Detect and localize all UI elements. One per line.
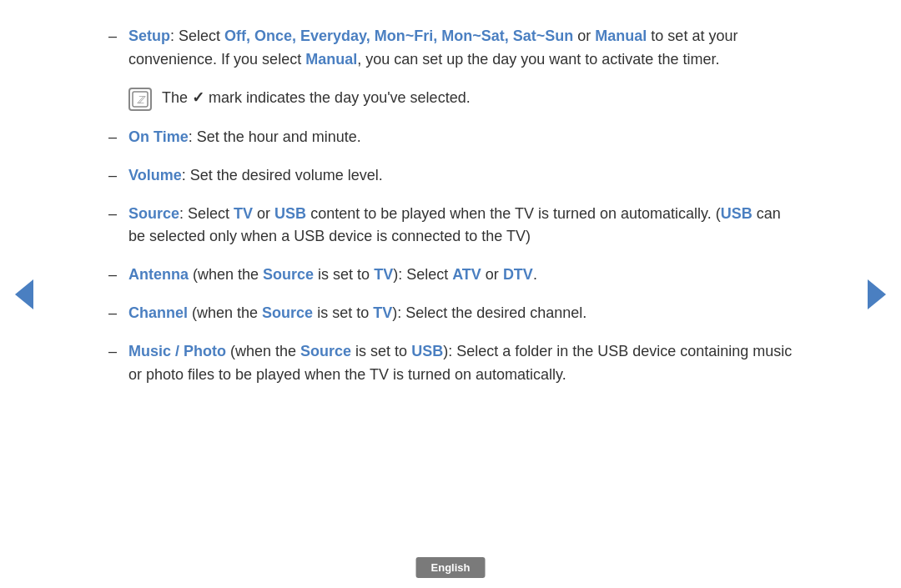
setup-text: Setup: Select Off, Once, Everyday, Mon~F… (128, 25, 793, 72)
list-item: – Channel (when the Source is set to TV)… (108, 302, 793, 325)
checkmark: ✓ (192, 89, 204, 106)
setup-manual2: Manual (305, 51, 357, 68)
source-usb: USB (274, 205, 306, 222)
channel-text: Channel (when the Source is set to TV): … (128, 302, 793, 325)
channel-label: Channel (128, 304, 188, 321)
source-text: Source: Select TV or USB content to be p… (128, 203, 793, 249)
note-item: – ℤ The ✓ mark indicates the day you've … (108, 87, 793, 111)
setup-manual: Manual (595, 28, 647, 44)
antenna-tv: TV (374, 266, 393, 283)
bullet-dash: – (108, 264, 117, 287)
footer-language: English (416, 557, 486, 578)
ontime-label: On Time (128, 128, 189, 145)
list-item: – Music / Photo (when the Source is set … (108, 340, 793, 387)
nav-left-arrow[interactable] (15, 279, 33, 309)
setup-options: Off, Once, Everyday, Mon~Fri, Mon~Sat, S… (224, 28, 573, 44)
bullet-dash: – (108, 302, 117, 325)
antenna-dtv: DTV (503, 266, 533, 283)
svg-text:ℤ: ℤ (137, 94, 146, 106)
note-box: ℤ The ✓ mark indicates the day you've se… (128, 87, 471, 111)
bullet-dash: – (108, 164, 117, 188)
music-photo-usb: USB (411, 343, 443, 359)
antenna-source: Source (263, 266, 314, 283)
bullet-dash: – (108, 126, 117, 149)
note-icon: ℤ (128, 88, 152, 111)
bullet-dash: – (108, 340, 117, 364)
main-content: – Setup: Select Off, Once, Everyday, Mon… (108, 25, 793, 538)
bullet-dash: – (108, 25, 117, 48)
list-item: – On Time: Set the hour and minute. (108, 126, 793, 149)
list-item: – Setup: Select Off, Once, Everyday, Mon… (108, 25, 793, 72)
antenna-atv: ATV (452, 266, 481, 283)
nav-right-arrow[interactable] (868, 279, 886, 309)
ontime-text: On Time: Set the hour and minute. (128, 126, 793, 149)
list-item: – Volume: Set the desired volume level. (108, 164, 793, 188)
antenna-label: Antenna (128, 266, 189, 283)
music-photo-source: Source (300, 343, 351, 359)
bullet-list: – Setup: Select Off, Once, Everyday, Mon… (108, 25, 793, 387)
source-label: Source (128, 205, 179, 222)
source-tv: TV (234, 205, 253, 222)
bullet-dash: – (108, 203, 117, 226)
antenna-text: Antenna (when the Source is set to TV): … (128, 264, 793, 287)
volume-text: Volume: Set the desired volume level. (128, 164, 793, 188)
channel-tv: TV (373, 304, 392, 321)
setup-label: Setup (128, 28, 170, 44)
volume-label: Volume (128, 167, 182, 183)
source-usb2: USB (721, 205, 753, 222)
list-item: – Source: Select TV or USB content to be… (108, 203, 793, 249)
music-photo-text: Music / Photo (when the Source is set to… (128, 340, 793, 387)
note-text: The ✓ mark indicates the day you've sele… (162, 87, 471, 110)
music-photo-label: Music / Photo (128, 343, 226, 359)
channel-source: Source (262, 304, 313, 321)
list-item: – Antenna (when the Source is set to TV)… (108, 264, 793, 287)
